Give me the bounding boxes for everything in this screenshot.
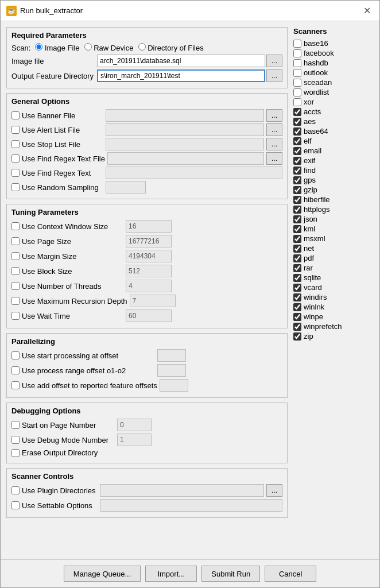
debug-mode-input[interactable] xyxy=(117,434,152,446)
tuning-margin-input[interactable] xyxy=(126,250,172,262)
scanner-facebook-checkbox[interactable] xyxy=(293,49,301,57)
tuning-context-checkbox[interactable] xyxy=(11,222,20,230)
debug-page-label[interactable]: Start on Page Number xyxy=(11,421,115,430)
scanner-winlnk-checkbox[interactable] xyxy=(293,303,301,311)
scanner-aes-checkbox[interactable] xyxy=(293,118,301,126)
general-random-input[interactable] xyxy=(106,181,146,194)
tuning-wait-input[interactable] xyxy=(126,310,172,322)
scan-directory-radio[interactable] xyxy=(138,43,146,51)
tuning-wait-label[interactable]: Use Wait Time xyxy=(11,312,123,320)
scanner-sqlite-checkbox[interactable] xyxy=(293,274,301,282)
tuning-block-checkbox[interactable] xyxy=(11,267,20,275)
tuning-block-input[interactable] xyxy=(126,265,172,277)
scan-raw-device-radio[interactable] xyxy=(84,43,92,51)
general-banner-browse[interactable]: ... xyxy=(266,109,282,122)
scanner-vcard-checkbox[interactable] xyxy=(293,284,301,292)
output-dir-input[interactable] xyxy=(97,69,265,82)
tuning-threads-input[interactable] xyxy=(126,280,172,292)
parallel-range-input[interactable] xyxy=(157,364,186,377)
tuning-margin-checkbox[interactable] xyxy=(11,252,20,260)
scanner-net-checkbox[interactable] xyxy=(293,245,301,253)
image-file-browse-button[interactable]: ... xyxy=(266,55,282,67)
general-regex-file-label[interactable]: Use Find Regex Text File xyxy=(11,154,105,163)
general-stop-browse[interactable]: ... xyxy=(266,138,282,150)
sc-settable-label[interactable]: Use Settable Options xyxy=(11,501,98,510)
sc-plugin-label[interactable]: Use Plugin Directories xyxy=(11,486,98,495)
parallel-offset-label[interactable]: Use start processing at offset xyxy=(11,351,155,360)
debug-mode-label[interactable]: Use Debug Mode Number xyxy=(11,436,115,444)
debug-page-checkbox[interactable] xyxy=(11,421,20,429)
scan-raw-device-label[interactable]: Raw Device xyxy=(84,43,134,52)
debug-erase-label[interactable]: Erase Output Directory xyxy=(11,448,115,457)
general-stop-label[interactable]: Use Stop List File xyxy=(11,140,103,149)
general-regex-file-checkbox[interactable] xyxy=(11,154,20,163)
scanner-base64-checkbox[interactable] xyxy=(293,127,301,136)
general-banner-input[interactable] xyxy=(106,109,264,122)
general-regex-file-input[interactable] xyxy=(107,152,264,165)
general-banner-label[interactable]: Use Banner File xyxy=(11,111,103,120)
sc-plugin-input[interactable] xyxy=(100,484,264,497)
general-stop-input[interactable] xyxy=(106,138,264,150)
scanner-pdf-checkbox[interactable] xyxy=(293,254,301,262)
tuning-page-input[interactable] xyxy=(126,235,172,247)
tuning-recursion-checkbox[interactable] xyxy=(11,297,20,305)
scanner-winprefetch-checkbox[interactable] xyxy=(293,323,301,331)
scanner-winpe-checkbox[interactable] xyxy=(293,313,301,321)
import-button[interactable]: Import... xyxy=(145,566,197,582)
scanner-msxml-checkbox[interactable] xyxy=(293,235,301,243)
tuning-recursion-input[interactable] xyxy=(130,295,176,307)
general-alert-browse[interactable]: ... xyxy=(266,123,282,136)
tuning-block-label[interactable]: Use Block Size xyxy=(11,267,123,276)
output-dir-browse-button[interactable]: ... xyxy=(266,69,282,82)
parallel-range-label[interactable]: Use process range offset o1-o2 xyxy=(11,366,155,375)
scanner-json-checkbox[interactable] xyxy=(293,215,301,223)
scanner-find-checkbox[interactable] xyxy=(293,167,301,175)
tuning-threads-checkbox[interactable] xyxy=(11,282,20,290)
scanner-gps-checkbox[interactable] xyxy=(293,176,301,184)
scanner-kml-checkbox[interactable] xyxy=(293,225,301,233)
general-regex-file-browse[interactable]: ... xyxy=(266,152,282,165)
debug-mode-checkbox[interactable] xyxy=(11,436,20,444)
scanner-gzip-checkbox[interactable] xyxy=(293,186,301,194)
scanner-httplogs-checkbox[interactable] xyxy=(293,206,301,214)
parallel-add-offset-label[interactable]: Use add offset to reported feature offse… xyxy=(11,381,157,390)
tuning-recursion-label[interactable]: Use Maximum Recursion Depth xyxy=(11,297,127,305)
sc-plugin-browse[interactable]: ... xyxy=(266,484,282,497)
scan-image-file-label[interactable]: Image File xyxy=(35,43,79,52)
scanner-zip-checkbox[interactable] xyxy=(293,332,301,341)
general-alert-checkbox[interactable] xyxy=(11,126,20,134)
scanner-wordlist-checkbox[interactable] xyxy=(293,88,301,96)
tuning-page-label[interactable]: Use Page Size xyxy=(11,237,123,246)
parallel-offset-checkbox[interactable] xyxy=(11,351,20,359)
tuning-context-label[interactable]: Use Context Window Size xyxy=(11,222,123,231)
general-regex-text-input[interactable] xyxy=(106,167,282,179)
scanner-hiberfile-checkbox[interactable] xyxy=(293,196,301,204)
parallel-offset-input[interactable] xyxy=(157,349,186,362)
general-alert-input[interactable] xyxy=(106,123,264,136)
general-random-checkbox[interactable] xyxy=(11,183,20,191)
general-random-label[interactable]: Use Random Sampling xyxy=(11,183,103,192)
general-stop-checkbox[interactable] xyxy=(11,140,20,148)
scanner-elf-checkbox[interactable] xyxy=(293,137,301,145)
general-regex-text-checkbox[interactable] xyxy=(11,169,20,177)
image-file-input[interactable] xyxy=(97,55,265,67)
scanner-email-checkbox[interactable] xyxy=(293,147,301,155)
sc-settable-input[interactable] xyxy=(100,499,282,512)
debug-erase-checkbox[interactable] xyxy=(11,449,20,457)
general-banner-checkbox[interactable] xyxy=(11,111,20,119)
debug-page-input[interactable] xyxy=(117,419,152,431)
tuning-threads-label[interactable]: Use Number of Threads xyxy=(11,282,123,291)
manage-queue-button[interactable]: Manage Queue... xyxy=(64,566,141,582)
scanner-xor-checkbox[interactable] xyxy=(293,98,301,106)
sc-settable-checkbox[interactable] xyxy=(11,501,20,509)
scanner-outlook-checkbox[interactable] xyxy=(293,69,301,77)
scan-directory-label[interactable]: Directory of Files xyxy=(138,43,204,52)
sc-plugin-checkbox[interactable] xyxy=(11,486,20,494)
parallel-range-checkbox[interactable] xyxy=(11,366,20,374)
cancel-button[interactable]: Cancel xyxy=(265,566,316,582)
scanner-base16-checkbox[interactable] xyxy=(293,40,301,48)
scan-image-file-radio[interactable] xyxy=(35,43,42,51)
close-button[interactable]: ✕ xyxy=(360,4,374,18)
parallel-add-offset-input[interactable] xyxy=(160,379,188,392)
scanner-accts-checkbox[interactable] xyxy=(293,108,301,116)
